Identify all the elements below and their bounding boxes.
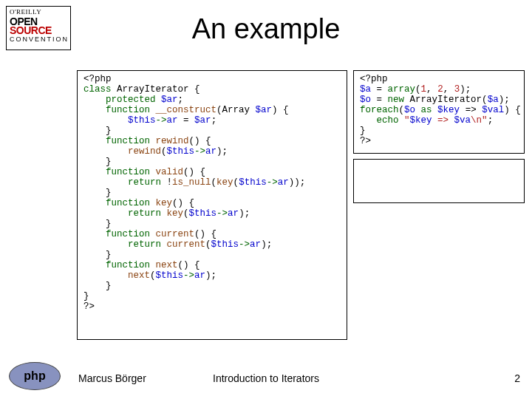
footer-title: Introduction to Iterators — [0, 372, 532, 384]
code-box-right-bottom — [353, 159, 525, 203]
slide-title: An example — [0, 13, 532, 45]
code-box-left: <?php class ArrayIterator { protected $a… — [77, 70, 347, 340]
footer-page: 2 — [514, 372, 520, 384]
slide: O'REILLY OPEN SOURCE CONVENTION An examp… — [0, 0, 532, 399]
code-box-right-top: <?php $a = array(1, 2, 3); $o = new Arra… — [353, 70, 525, 154]
footer: php Marcus Börger Introduction to Iterat… — [0, 361, 532, 390]
